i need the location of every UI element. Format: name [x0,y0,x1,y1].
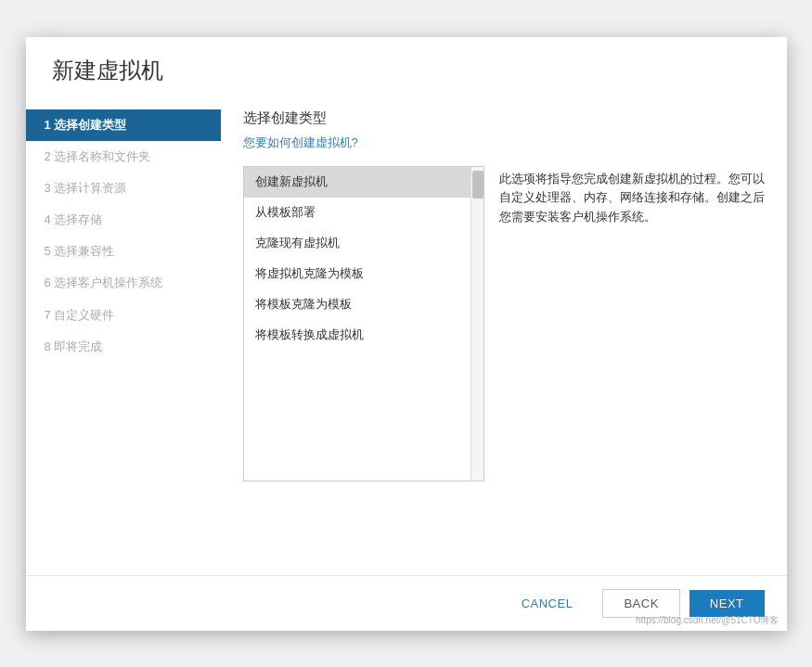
creation-type-list[interactable]: 创建新虚拟机 从模板部署 克隆现有虚拟机 将虚拟机克隆为模板 将模板克隆为模板 [243,166,484,481]
list-item-deploy-template[interactable]: 从模板部署 [244,198,483,228]
step-2: 2 选择名称和文件夹 [26,141,221,173]
section-title: 选择创建类型 [243,109,765,127]
watermark: https://blog.csdn.net/@51CTO博客 [636,614,779,627]
section-subtitle: 您要如何创建虚拟机? [243,135,765,151]
step-6: 6 选择客户机操作系统 [26,267,221,299]
dialog-body: 1 选择创建类型 2 选择名称和文件夹 3 选择计算资源 4 选择存储 5 选择… [26,95,787,575]
list-item-create-new[interactable]: 创建新虚拟机 [244,167,483,198]
list-item-clone-to-template[interactable]: 将虚拟机克隆为模板 [244,259,483,289]
dialog-header: 新建虚拟机 [26,37,787,95]
steps-panel: 1 选择创建类型 2 选择名称和文件夹 3 选择计算资源 4 选择存储 5 选择… [26,95,221,575]
description-box: 此选项将指导您完成创建新虚拟机的过程。您可以自定义处理器、内存、网络连接和存储。… [499,166,765,560]
step-3: 3 选择计算资源 [26,173,221,204]
new-vm-dialog: 新建虚拟机 1 选择创建类型 2 选择名称和文件夹 3 选择计算资源 4 选择存… [26,37,787,631]
step-1[interactable]: 1 选择创建类型 [26,109,221,141]
main-content: 选择创建类型 您要如何创建虚拟机? 创建新虚拟机 从模板部署 克隆现有虚拟机 [221,95,787,575]
next-button[interactable]: NEXT [690,590,765,617]
scrollbar-track[interactable] [470,167,483,481]
list-item-clone-vm[interactable]: 克隆现有虚拟机 [244,228,483,259]
cancel-button[interactable]: CANCEL [501,590,594,617]
subtitle-link[interactable]: 您要如何创建虚拟机? [243,135,358,149]
step-8: 8 即将完成 [26,331,221,363]
step-5: 5 选择兼容性 [26,236,221,267]
dialog-title: 新建虚拟机 [52,56,761,85]
step-4: 4 选择存储 [26,204,221,236]
list-item-clone-template[interactable]: 将模板克隆为模板 [244,289,483,320]
content-row: 创建新虚拟机 从模板部署 克隆现有虚拟机 将虚拟机克隆为模板 将模板克隆为模板 [243,166,765,560]
step-7: 7 自定义硬件 [26,300,221,331]
list-item-convert-template[interactable]: 将模板转换成虚拟机 [244,320,483,351]
scrollbar-thumb[interactable] [472,171,483,199]
